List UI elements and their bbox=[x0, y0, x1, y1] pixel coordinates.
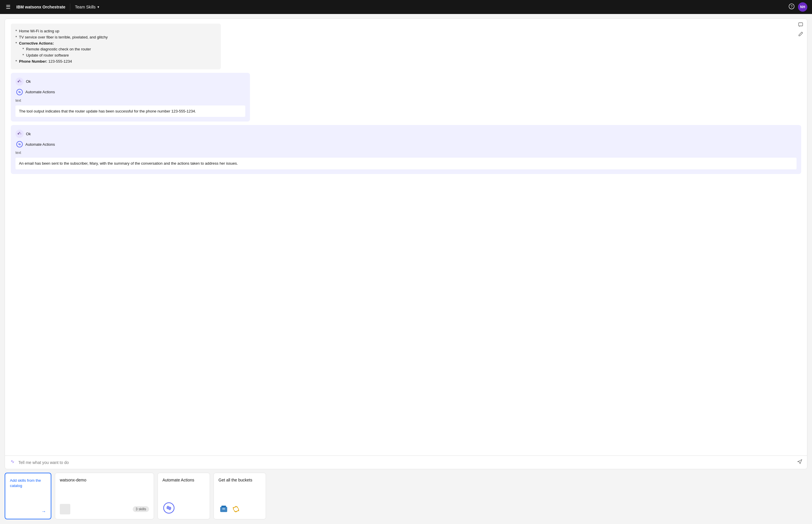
chevron-down-icon: ▾ bbox=[97, 5, 99, 9]
agent-text-content-2: An email has been sent to the subscriber… bbox=[15, 158, 797, 169]
buckets-skill-title: Get all the buckets bbox=[219, 478, 261, 482]
hamburger-menu[interactable]: ☰ bbox=[5, 3, 12, 11]
chat-panel: * Home Wi-Fi is acting up * TV service o… bbox=[5, 19, 807, 469]
agent-name-row-2: Automate Actions bbox=[16, 141, 797, 148]
chat-top-actions bbox=[798, 22, 803, 37]
agent-text-label-2: text bbox=[15, 151, 797, 155]
add-skills-arrow-icon: → bbox=[42, 509, 46, 514]
demo-skill-badge: 3 skills bbox=[133, 506, 149, 512]
svg-rect-16 bbox=[222, 508, 225, 509]
chat-text-input[interactable] bbox=[18, 460, 794, 465]
automate-actions-icon-2 bbox=[16, 141, 23, 148]
automate-actions-icon-1 bbox=[16, 88, 23, 96]
comment-icon[interactable] bbox=[798, 22, 803, 29]
skills-section: Add skills from the catalog → watsonx-de… bbox=[5, 473, 807, 519]
agent-ok-label-2: Ok bbox=[26, 132, 31, 136]
svg-point-4 bbox=[19, 80, 20, 81]
automate-skill-icon bbox=[162, 502, 175, 514]
svg-point-9 bbox=[20, 133, 21, 135]
svg-point-5 bbox=[20, 81, 21, 82]
add-skills-title: Add skills from the catalog bbox=[10, 478, 46, 489]
brand-logo: IBM watsonx Orchestrate bbox=[16, 5, 65, 9]
buckets-skill-icons bbox=[219, 504, 261, 514]
buckets-skill-card[interactable]: Get all the buckets bbox=[213, 473, 266, 519]
agent-response-1: Ok Automate Actions text The tool output… bbox=[11, 73, 250, 122]
system-message: * Home Wi-Fi is acting up * TV service o… bbox=[11, 23, 221, 69]
chat-input-area bbox=[5, 456, 807, 469]
svg-line-20 bbox=[233, 507, 234, 508]
chat-messages: * Home Wi-Fi is acting up * TV service o… bbox=[5, 19, 807, 456]
agent-ok-label-1: Ok bbox=[26, 79, 31, 84]
agent-response-2: Ok Automate Actions text An email has be… bbox=[11, 125, 801, 174]
demo-skill-bottom: 3 skills bbox=[60, 504, 149, 514]
svg-line-21 bbox=[238, 510, 239, 511]
svg-point-3 bbox=[18, 81, 19, 82]
loading-spinner-icon bbox=[10, 459, 15, 466]
send-icon[interactable] bbox=[797, 459, 802, 466]
svg-rect-2 bbox=[799, 23, 803, 26]
agent-name-row-1: Automate Actions bbox=[16, 88, 245, 96]
agent-name-1: Automate Actions bbox=[26, 90, 55, 94]
agent-avatar-1 bbox=[15, 78, 23, 86]
top-navigation: ☰ IBM watsonx Orchestrate Team Skills ▾ … bbox=[0, 0, 812, 14]
demo-skill-icon-1 bbox=[60, 504, 70, 514]
agent-text-label-1: text bbox=[15, 98, 245, 102]
svg-rect-15 bbox=[221, 506, 226, 507]
bucket-icon bbox=[219, 504, 229, 514]
main-area: * Home Wi-Fi is acting up * TV service o… bbox=[0, 14, 812, 524]
edit-icon[interactable] bbox=[798, 31, 803, 37]
automate-skill-title: Automate Actions bbox=[162, 478, 205, 482]
svg-text:?: ? bbox=[791, 5, 793, 9]
svg-point-7 bbox=[18, 133, 19, 135]
agent-text-content-1: The tool output indicates that the route… bbox=[15, 105, 245, 117]
demo-skill-icons bbox=[60, 504, 70, 514]
svg-point-8 bbox=[19, 132, 20, 133]
demo-skill-card[interactable]: watsonx-demo 3 skills bbox=[55, 473, 154, 519]
nav-right-actions: ? NH bbox=[789, 2, 807, 12]
svg-rect-17 bbox=[222, 509, 225, 510]
svg-point-12 bbox=[12, 461, 13, 462]
workspace-selector[interactable]: Team Skills ▾ bbox=[75, 5, 99, 9]
user-avatar[interactable]: NH bbox=[798, 2, 807, 12]
add-skills-card[interactable]: Add skills from the catalog → bbox=[5, 473, 51, 519]
automate-skill-card[interactable]: Automate Actions bbox=[158, 473, 210, 519]
agent-avatar-2 bbox=[15, 130, 23, 138]
help-icon[interactable]: ? bbox=[789, 3, 795, 11]
automate-skill-icons bbox=[162, 502, 205, 514]
broken-link-icon bbox=[231, 504, 241, 514]
demo-skill-title: watsonx-demo bbox=[60, 478, 149, 482]
agent-name-2: Automate Actions bbox=[26, 142, 55, 147]
